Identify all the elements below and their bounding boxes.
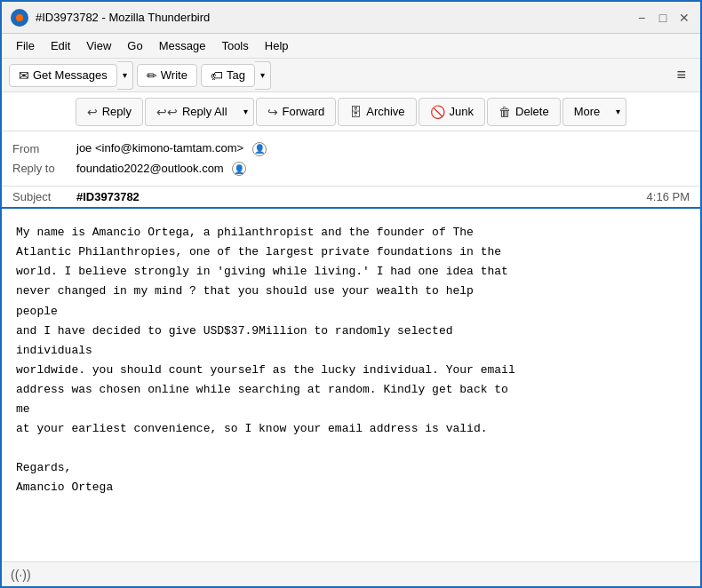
menu-edit[interactable]: Edit [44,37,77,54]
forward-button[interactable]: ↪ Forward [256,98,337,126]
junk-icon: 🚫 [430,105,445,119]
write-button[interactable]: ✏ Write [137,64,197,87]
minimize-button[interactable]: − [634,11,649,25]
forward-icon: ↪ [267,105,278,119]
get-messages-group: ✉ Get Messages ▾ [9,61,133,90]
action-toolbar: ↩ Reply ↩↩ Reply All ▾ ↪ Forward 🗄 Archi… [2,92,700,131]
archive-icon: 🗄 [349,105,362,119]
menubar: File Edit View Go Message Tools Help [2,34,700,59]
from-contact-icon[interactable]: 👤 [252,142,267,156]
reply-all-button[interactable]: ↩↩ Reply All [145,98,238,126]
reply-all-group: ↩↩ Reply All ▾ [145,98,254,126]
delete-button[interactable]: 🗑 Delete [487,98,561,126]
email-body: My name is Amancio Ortega, a philanthrop… [2,209,700,561]
tag-dropdown[interactable]: ▾ [255,61,271,90]
get-messages-dropdown[interactable]: ▾ [117,61,133,90]
status-signal-icon: ((·)) [11,568,31,582]
svg-point-1 [16,14,23,21]
reply-to-contact-icon[interactable]: 👤 [232,162,246,176]
reply-to-value: foundatio2022@outlook.com 👤 [76,162,690,177]
tag-group: 🏷 Tag ▾ [201,61,271,90]
archive-button[interactable]: 🗄 Archive [338,98,416,126]
menu-file[interactable]: File [9,37,42,54]
email-headers: From joe <info@kimono-tamtam.com> 👤 Repl… [2,131,700,187]
main-toolbar: ✉ Get Messages ▾ ✏ Write 🏷 Tag ▾ ≡ [2,59,700,92]
reply-icon: ↩ [87,105,98,119]
hamburger-menu[interactable]: ≡ [669,62,693,88]
subject-row: Subject #ID3973782 4:16 PM [2,187,700,209]
more-group: More ▾ [562,98,627,126]
pencil-icon: ✏ [147,68,157,83]
menu-tools[interactable]: Tools [214,37,255,54]
window-controls: − □ ✕ [634,11,691,25]
reply-to-row: Reply to foundatio2022@outlook.com 👤 [12,159,690,179]
junk-button[interactable]: 🚫 Junk [419,98,485,126]
app-logo [11,9,28,27]
delete-icon: 🗑 [499,105,511,119]
reply-all-icon: ↩↩ [156,105,178,119]
tag-icon: 🏷 [211,68,223,83]
maximize-button[interactable]: □ [656,11,670,25]
from-row: From joe <info@kimono-tamtam.com> 👤 [12,139,690,159]
more-button[interactable]: More [562,98,611,126]
more-dropdown[interactable]: ▾ [610,98,626,126]
menu-go[interactable]: Go [120,37,149,54]
from-label: From [12,142,76,155]
from-value: joe <info@kimono-tamtam.com> 👤 [76,141,690,156]
reply-dropdown[interactable]: ▾ [238,98,254,126]
subject-value: #ID3973782 [76,190,647,203]
menu-help[interactable]: Help [258,37,296,54]
envelope-icon: ✉ [19,68,29,83]
titlebar: #ID3973782 - Mozilla Thunderbird − □ ✕ [2,2,700,34]
window-title: #ID3973782 - Mozilla Thunderbird [36,11,210,24]
email-body-text: My name is Amancio Ortega, a philanthrop… [16,223,686,497]
tag-button[interactable]: 🏷 Tag [201,64,255,87]
subject-label: Subject [12,190,76,203]
email-time: 4:16 PM [647,190,690,203]
menu-message[interactable]: Message [152,37,213,54]
reply-to-label: Reply to [12,162,76,175]
reply-button[interactable]: ↩ Reply [76,98,143,126]
close-button[interactable]: ✕ [677,11,691,25]
statusbar: ((·)) [2,561,700,586]
menu-view[interactable]: View [79,37,118,54]
titlebar-left: #ID3973782 - Mozilla Thunderbird [11,9,210,27]
get-messages-button[interactable]: ✉ Get Messages [9,64,117,87]
